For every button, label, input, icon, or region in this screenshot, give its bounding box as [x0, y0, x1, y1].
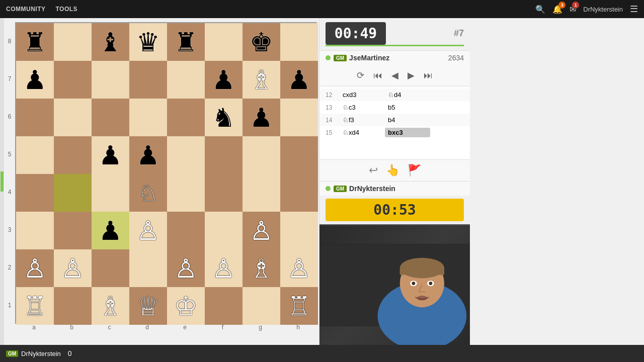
move-13-white[interactable]: ♘c3 [340, 103, 385, 112]
piece-g8: ♚ [250, 29, 273, 55]
square-b2[interactable]: ♙ [54, 249, 92, 287]
move-row-13: 13 ♘c3 b5 [319, 101, 470, 114]
square-c4[interactable] [92, 174, 129, 212]
square-e7[interactable] [167, 61, 205, 99]
square-h8[interactable] [280, 23, 318, 61]
file-d: d [128, 324, 166, 331]
move-num-13: 13 [326, 104, 340, 111]
square-a2[interactable]: ♙ [16, 249, 54, 287]
piece-d8: ♛ [136, 29, 160, 55]
square-g8[interactable]: ♚ [243, 23, 280, 61]
message-icon[interactable]: ✉ 1 [570, 5, 576, 14]
goto-end-button[interactable]: ⏭ [422, 68, 435, 83]
square-g1[interactable] [243, 287, 280, 325]
square-e3[interactable] [167, 212, 205, 249]
square-a5[interactable] [16, 136, 54, 174]
square-d5[interactable]: ♟ [129, 136, 167, 174]
square-a6[interactable] [16, 99, 54, 136]
square-g7[interactable]: ♗ [243, 61, 280, 99]
square-c7[interactable] [92, 61, 129, 99]
flag-button[interactable]: 🚩 [408, 164, 421, 177]
square-d8[interactable]: ♛ [129, 23, 167, 61]
square-h1[interactable]: ♖ [280, 287, 318, 325]
notification-bell[interactable]: 🔔 3 [552, 5, 562, 14]
nav-community[interactable]: COMMUNITY [6, 6, 46, 13]
square-g3[interactable]: ♙ [243, 212, 280, 249]
square-a8[interactable]: ♜ [16, 23, 54, 61]
square-b3[interactable] [54, 212, 92, 249]
player2-name[interactable]: DrNykterstein [349, 185, 395, 193]
move-15-black[interactable]: bxc3 [385, 128, 430, 137]
square-e2[interactable]: ♙ [167, 249, 205, 287]
move-13-black[interactable]: b5 [385, 103, 430, 112]
undo-button[interactable]: ↩ [369, 164, 378, 177]
square-b8[interactable] [54, 23, 92, 61]
puzzle-number: #7 [454, 28, 464, 39]
square-g2[interactable]: ♗ [243, 249, 280, 287]
square-f7[interactable]: ♟ [205, 61, 243, 99]
square-h4[interactable] [280, 174, 318, 212]
square-e5[interactable] [167, 136, 205, 174]
player1-name[interactable]: JseMartinez [349, 54, 389, 62]
hamburger-menu[interactable]: ☰ [630, 4, 638, 15]
move-12-black[interactable]: ♘d4 [385, 90, 430, 100]
square-c1[interactable]: ♗ [92, 287, 129, 325]
square-h2[interactable]: ♙ [280, 249, 318, 287]
square-a3[interactable] [16, 212, 54, 249]
square-d7[interactable] [129, 61, 167, 99]
square-e1[interactable]: ♔ [167, 287, 205, 325]
square-a1[interactable]: ♖ [16, 287, 54, 325]
square-b5[interactable] [54, 136, 92, 174]
square-d3[interactable]: ♙ [129, 212, 167, 249]
next-move-button[interactable]: ▶ [406, 68, 417, 83]
chessboard[interactable]: ♜ ♝ ♛ ♜ ♚ ♟ [15, 22, 317, 324]
username-display[interactable]: DrNykterstein [583, 6, 623, 13]
square-h7[interactable]: ♟ [280, 61, 318, 99]
move-12-white[interactable]: cxd3 [340, 90, 385, 100]
square-c5[interactable]: ♟ [92, 136, 129, 174]
prev-move-button[interactable]: ◀ [389, 68, 400, 83]
square-f4[interactable] [205, 174, 243, 212]
move-15-white[interactable]: ♘xd4 [340, 128, 385, 137]
square-c8[interactable]: ♝ [92, 23, 129, 61]
move-14-black[interactable]: b4 [385, 115, 430, 125]
square-d1[interactable]: ♕ [129, 287, 167, 325]
square-g4[interactable] [243, 174, 280, 212]
square-f8[interactable] [205, 23, 243, 61]
square-b7[interactable] [54, 61, 92, 99]
square-c3[interactable]: ♟ [92, 212, 129, 249]
hint-button[interactable]: 👆 [386, 164, 399, 177]
square-f5[interactable] [205, 136, 243, 174]
square-a4[interactable] [16, 174, 54, 212]
square-h6[interactable] [280, 99, 318, 136]
square-a7[interactable]: ♟ [16, 61, 54, 99]
square-d6[interactable] [129, 99, 167, 136]
square-f3[interactable] [205, 212, 243, 249]
square-f2[interactable]: ♙ [205, 249, 243, 287]
square-f1[interactable] [205, 287, 243, 325]
square-e4[interactable] [167, 174, 205, 212]
square-d4[interactable]: ♘ [129, 174, 167, 212]
piece-a8: ♜ [23, 29, 47, 55]
square-b6[interactable] [54, 99, 92, 136]
square-h3[interactable] [280, 212, 318, 249]
square-c6[interactable] [92, 99, 129, 136]
search-icon[interactable]: 🔍 [535, 5, 545, 14]
square-e8[interactable]: ♜ [167, 23, 205, 61]
square-b4[interactable] [54, 174, 92, 212]
timer1-underline [326, 45, 464, 46]
flip-board-button[interactable]: ⟳ [355, 68, 366, 83]
square-f6[interactable]: ♞ [205, 99, 243, 136]
square-e6[interactable] [167, 99, 205, 136]
goto-start-button[interactable]: ⏮ [371, 68, 384, 83]
square-g5[interactable] [243, 136, 280, 174]
square-h5[interactable] [280, 136, 318, 174]
rank-7: 7 [6, 60, 13, 98]
square-g6[interactable]: ♟ [243, 99, 280, 136]
square-d2[interactable] [129, 249, 167, 287]
square-c2[interactable] [92, 249, 129, 287]
move-14-white[interactable]: ♘f3 [340, 115, 385, 125]
timer2-display: 00:53 [326, 199, 464, 221]
nav-tools[interactable]: TOOLS [56, 6, 78, 13]
square-b1[interactable] [54, 287, 92, 325]
